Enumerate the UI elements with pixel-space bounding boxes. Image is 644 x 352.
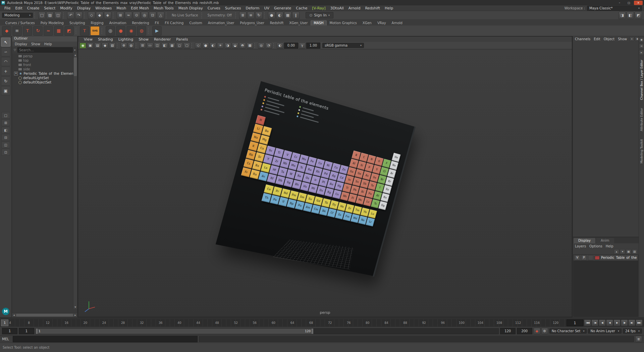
command-language-label[interactable]: MEL [2,337,11,341]
layout-four-pane-icon[interactable]: ⊞ [1,119,10,126]
channel-slider-speed-icon[interactable]: ▸ [630,37,634,41]
image-plane-icon[interactable]: ▧ [109,43,116,49]
film-gate-icon[interactable]: ▭ [147,43,153,49]
playback-range[interactable]: 1 120 [36,329,313,334]
menu-mesh-tools[interactable]: Mesh Tools [151,6,176,10]
side-tab-modeling-toolkit[interactable]: Modeling Toolkit [640,136,643,167]
construction-history-icon[interactable]: ↻ [255,12,263,19]
show-attribute-editor-icon[interactable]: ◨ [619,12,626,19]
play-backwards-button[interactable]: ◀ [606,319,613,326]
step-back-frame-button[interactable]: |◀ [591,319,598,326]
menu-curves[interactable]: Curves [205,6,223,10]
auto-keyframe-icon[interactable]: ◆ [534,328,540,334]
filter-icon[interactable]: ▽ [14,48,16,52]
select-object-icon[interactable]: ◆ [96,12,103,19]
select-hierarchy-icon[interactable]: ◇ [88,12,95,19]
range-slider-bar[interactable]: 1 120 [36,328,499,334]
outliner-item-top[interactable]: top [12,58,77,63]
outliner-menu-display[interactable]: Display [15,42,27,46]
command-result-field[interactable] [199,336,634,342]
move-tool-icon[interactable]: + [1,67,10,76]
symmetry-status[interactable]: Symmetry: Off [205,13,233,17]
range-handle-left[interactable] [36,329,38,334]
pin-panel-icon[interactable]: ◆ [639,37,644,42]
layout-uv-icon[interactable]: ⊡ [1,149,10,156]
move-layer-down-icon[interactable]: ▾ [620,249,625,254]
side-tab-attribute-editor[interactable]: Attribute Editor [640,105,643,134]
rotate-tool-icon[interactable]: ↻ [1,76,10,85]
menu-modify[interactable]: Modify [58,6,74,10]
oversampling-icon[interactable]: ◍ [128,43,135,49]
viewport-menu-show[interactable]: Show [136,37,151,42]
channel-box-menu-object[interactable]: Object [604,37,615,41]
isolate-select-icon[interactable]: ◎ [258,43,265,49]
mash-dots-icon[interactable]: ▦ [54,26,63,36]
channel-box-menu-show[interactable]: Show [618,37,627,41]
scale-tool-icon[interactable]: ▣ [1,86,10,95]
play-forwards-button[interactable]: ▶ [613,319,621,326]
menu-cache[interactable]: Cache [293,6,310,10]
open-scene-icon[interactable]: ▨ [46,12,54,19]
fps-select[interactable]: 24 fps ▾ [623,329,642,334]
mash-repro-icon[interactable]: ↻ [33,26,43,36]
ufo-icon[interactable]: ◉ [126,26,136,36]
shaded-icon[interactable]: ● [202,43,209,49]
input-connections-icon[interactable]: ≣ [239,12,247,19]
shelf-tab-xgen-user[interactable]: XGen_User [286,21,310,25]
textured-icon[interactable]: ◐ [210,43,216,49]
gate-mask-icon[interactable]: ◧ [161,43,168,49]
menu-windows[interactable]: Windows [93,6,114,10]
outliner-item-defaultobjectset[interactable]: defaultObjectSet [12,80,77,84]
menu-arnold[interactable]: Arnold [346,6,363,10]
step-forward-frame-button[interactable]: ▶| [628,319,635,326]
close-button[interactable]: × [634,1,643,5]
field-chart-icon[interactable]: ▦ [169,43,175,49]
panel-menu-icon[interactable]: ≡ [639,44,644,49]
layer-playback-toggle[interactable]: P [581,255,587,260]
outliner-horizontal-scrollbar[interactable]: ◀ ▶ [12,313,77,317]
poly-torus-icon[interactable]: ◎ [106,26,115,36]
sign-in-button[interactable]: ☺ Sign In ▾ [306,12,333,18]
menu-v-ray[interactable]: [V-Ray] [310,6,328,10]
viewport-menu-view[interactable]: View [82,37,95,42]
shelf-tab-mash[interactable]: MASH [311,20,326,25]
menu-file[interactable]: File [2,6,13,10]
type-tool-icon[interactable]: T [80,26,89,36]
grid-icon[interactable]: ⊞ [139,43,146,49]
shelf-tab-motion-graphics[interactable]: Motion Graphics [327,21,360,25]
safe-action-icon[interactable]: ◻ [176,43,183,49]
move-layer-up-icon[interactable]: ▴ [614,249,619,254]
scroll-left-icon[interactable]: ◀ [12,313,16,317]
current-frame-marker[interactable]: 1 [1,319,8,326]
svg-tool-icon[interactable]: SVG [90,26,100,36]
exposure-field[interactable] [284,43,298,49]
viewport-menu-panels[interactable]: Panels [174,37,190,42]
xray-icon[interactable]: ◔ [265,43,272,49]
gamma-field[interactable] [306,43,320,49]
redo-icon[interactable]: ↷ [75,12,83,19]
snap-curve-icon[interactable]: ≈ [125,12,132,19]
shelf-tab-polygons-user[interactable]: Polygons_User [237,21,267,25]
layer-editor-menu-help[interactable]: Help [606,244,613,248]
layer-editor-tab-anim[interactable]: Anim [596,238,614,243]
collapse-panel-icon[interactable]: ▸ [639,50,644,55]
playback-end-field[interactable] [500,328,516,334]
snap-view-plane-icon[interactable]: ⊡ [149,12,156,19]
multisample-icon[interactable]: ▩ [247,43,253,49]
menu-edit-mesh[interactable]: Edit Mesh [128,6,151,10]
mash-network-icon[interactable]: ◆ [2,26,11,36]
viewport-menu-shading[interactable]: Shading [96,37,115,42]
command-input[interactable] [13,336,198,342]
shelf-tab-redshift[interactable]: Redshift [267,21,286,25]
render-settings-icon[interactable]: ▦ [284,12,291,19]
maximize-button[interactable]: □ [625,1,633,5]
shelf-tab-curves-surfaces[interactable]: Curves / Surfaces [3,21,38,25]
outliner-item-periodic-table-of-the-elements-ncl1[interactable]: +∗Periodic_Table_of_the_Elements_ncl1 [12,71,77,76]
menu-select[interactable]: Select [42,6,58,10]
current-time-field[interactable] [567,319,583,326]
mash-list-icon[interactable]: ≡ [12,26,22,36]
gamma-icon[interactable]: γ [299,43,306,49]
camera-attributes-icon[interactable]: ▤ [94,43,101,49]
render-slate-icon[interactable]: ▶ [152,26,162,36]
show-channel-box-icon[interactable]: ◩ [635,12,642,19]
